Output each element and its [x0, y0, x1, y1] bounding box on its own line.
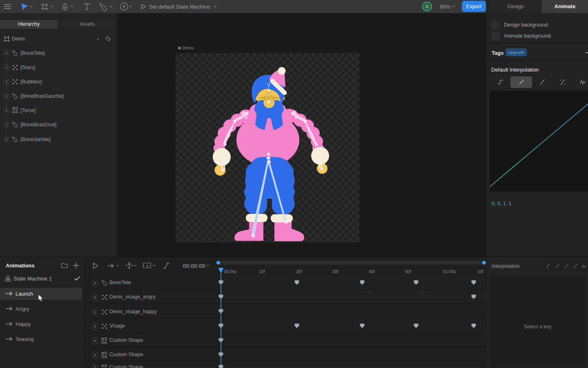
svg-text:G: G — [425, 4, 429, 9]
